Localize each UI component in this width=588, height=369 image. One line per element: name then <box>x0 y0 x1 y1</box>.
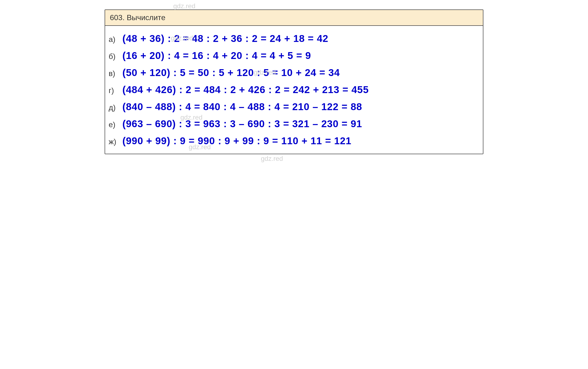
row-label: б) <box>109 52 120 61</box>
solution-row: е) (963 – 690) : 3 = 963 : 3 – 690 : 3 =… <box>109 118 479 130</box>
problem-title: Вычислите <box>127 13 165 22</box>
row-label: ж) <box>109 137 120 147</box>
row-label: г) <box>109 86 120 95</box>
row-label: в) <box>109 69 120 78</box>
solution-row: г) (484 + 426) : 2 = 484 : 2 + 426 : 2 =… <box>109 84 479 95</box>
document-container: gdz.red gdz.red gdz.red gdz.red gdz.red … <box>105 10 483 154</box>
problem-number: 603. <box>110 13 125 22</box>
solutions-area: а) (48 + 36) : 2 = 48 : 2 + 36 : 2 = 24 … <box>105 26 483 154</box>
equation: (963 – 690) : 3 = 963 : 3 – 690 : 3 = 32… <box>122 118 362 130</box>
solution-row: д) (840 – 488) : 4 = 840 : 4 – 488 : 4 =… <box>109 101 479 113</box>
solution-row: б) (16 + 20) : 4 = 16 : 4 + 20 : 4 = 4 +… <box>109 50 479 61</box>
equation: (50 + 120) : 5 = 50 : 5 + 120 : 5 = 10 +… <box>122 67 340 78</box>
watermark: gdz.red <box>173 2 195 10</box>
problem-header: 603. Вычислите <box>105 10 483 26</box>
row-label: а) <box>109 35 120 44</box>
equation: (840 – 488) : 4 = 840 : 4 – 488 : 4 = 21… <box>122 101 362 113</box>
equation: (484 + 426) : 2 = 484 : 2 + 426 : 2 = 24… <box>122 84 369 95</box>
watermark: gdz.red <box>261 155 283 163</box>
solution-row: ж) (990 + 99) : 9 = 990 : 9 + 99 : 9 = 1… <box>109 135 479 147</box>
equation: (16 + 20) : 4 = 16 : 4 + 20 : 4 = 4 + 5 … <box>122 50 311 61</box>
equation: (990 + 99) : 9 = 990 : 9 + 99 : 9 = 110 … <box>122 135 351 147</box>
solution-row: в) (50 + 120) : 5 = 50 : 5 + 120 : 5 = 1… <box>109 67 479 78</box>
row-label: д) <box>109 103 120 113</box>
row-label: е) <box>109 120 120 130</box>
solution-row: а) (48 + 36) : 2 = 48 : 2 + 36 : 2 = 24 … <box>109 33 479 44</box>
equation: (48 + 36) : 2 = 48 : 2 + 36 : 2 = 24 + 1… <box>122 33 328 44</box>
problem-box: 603. Вычислите а) (48 + 36) : 2 = 48 : 2… <box>105 10 483 154</box>
